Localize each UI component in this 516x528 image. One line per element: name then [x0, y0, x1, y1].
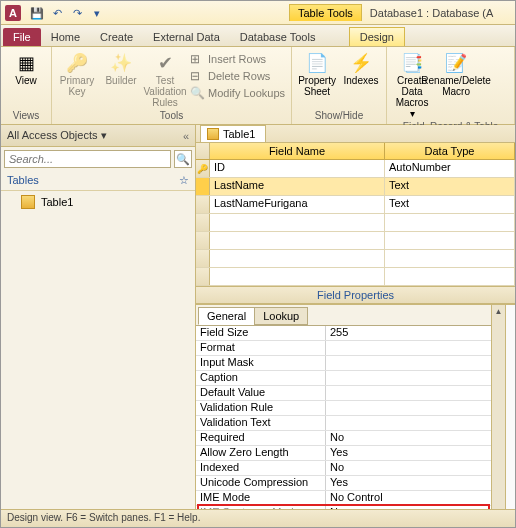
redo-icon[interactable]: ↷ — [69, 5, 85, 21]
property-value[interactable] — [326, 371, 491, 385]
cell-field-name[interactable] — [210, 232, 385, 249]
scrollbar[interactable]: ▲ — [491, 305, 505, 528]
property-value[interactable]: No Control — [326, 491, 491, 505]
row-selector[interactable] — [196, 196, 210, 213]
cell-data-type[interactable] — [385, 268, 515, 285]
row-selector[interactable] — [196, 232, 210, 249]
cell-field-name[interactable]: LastNameFurigana — [210, 196, 385, 213]
property-row[interactable]: Format — [196, 341, 491, 356]
nav-header-title: All Access Objects — [7, 129, 97, 141]
status-bar: Design view. F6 = Switch panes. F1 = Hel… — [1, 509, 515, 527]
table-row[interactable] — [196, 214, 515, 232]
nav-group-tables[interactable]: Tables ☆ — [1, 171, 195, 191]
app-icon[interactable]: A — [5, 5, 21, 21]
fp-tab-general[interactable]: General — [198, 307, 255, 325]
title-bar: A 💾 ↶ ↷ ▾ Table Tools Database1 : Databa… — [1, 1, 515, 25]
tab-external-data[interactable]: External Data — [143, 28, 230, 46]
tab-database-tools[interactable]: Database Tools — [230, 28, 326, 46]
database-title: Database1 : Database (A — [370, 7, 494, 19]
tab-design[interactable]: Design — [349, 27, 405, 46]
property-row[interactable]: Validation Text — [196, 416, 491, 431]
table-row[interactable]: LastNameText — [196, 178, 515, 196]
cell-field-name[interactable] — [210, 214, 385, 231]
cell-data-type[interactable] — [385, 214, 515, 231]
cell-data-type[interactable]: AutoNumber — [385, 160, 515, 177]
property-value[interactable]: 255 — [326, 326, 491, 340]
cell-field-name[interactable] — [210, 268, 385, 285]
scroll-up-icon[interactable]: ▲ — [492, 305, 505, 319]
ribbon: ▦ View Views 🔑Primary Key ✨Builder ✔Test… — [1, 47, 515, 125]
property-value[interactable] — [326, 386, 491, 400]
property-row[interactable]: Unicode CompressionYes — [196, 476, 491, 491]
property-sheet-button[interactable]: 📄Property Sheet — [296, 49, 338, 99]
property-row[interactable]: IME ModeNo Control — [196, 491, 491, 506]
property-value[interactable]: Yes — [326, 446, 491, 460]
property-value[interactable]: Yes — [326, 476, 491, 490]
cell-field-name[interactable] — [210, 250, 385, 267]
cell-data-type[interactable]: Text — [385, 196, 515, 213]
cell-data-type[interactable]: Text — [385, 178, 515, 195]
contextual-tab-group: Table Tools — [289, 4, 362, 21]
qat-more-icon[interactable]: ▾ — [89, 5, 105, 21]
view-label: View — [15, 75, 37, 86]
table-row[interactable]: 🔑IDAutoNumber — [196, 160, 515, 178]
property-name: IME Mode — [196, 491, 326, 505]
collapse-icon[interactable]: « — [183, 130, 189, 142]
property-name: Required — [196, 431, 326, 445]
property-value[interactable] — [326, 356, 491, 370]
cell-field-name[interactable]: ID — [210, 160, 385, 177]
search-icon[interactable]: 🔍 — [174, 150, 192, 168]
property-row[interactable]: Field Size255 — [196, 326, 491, 341]
property-value[interactable] — [326, 416, 491, 430]
tab-file[interactable]: File — [3, 28, 41, 46]
row-selector[interactable] — [196, 268, 210, 285]
modify-lookups-button: 🔍Modify Lookups — [188, 85, 287, 101]
property-row[interactable]: IndexedNo — [196, 461, 491, 476]
cell-data-type[interactable] — [385, 250, 515, 267]
property-row[interactable]: Input Mask — [196, 356, 491, 371]
row-selector[interactable] — [196, 178, 210, 195]
primary-key-icon: 🔑 — [197, 164, 208, 174]
col-field-name[interactable]: Field Name — [210, 143, 385, 159]
undo-icon[interactable]: ↶ — [49, 5, 65, 21]
property-row[interactable]: Caption — [196, 371, 491, 386]
table-row[interactable] — [196, 268, 515, 286]
save-icon[interactable]: 💾 — [29, 5, 45, 21]
col-data-type[interactable]: Data Type — [385, 143, 515, 159]
document-tab-table1[interactable]: Table1 — [200, 125, 266, 142]
row-selector[interactable] — [196, 214, 210, 231]
rename-delete-macro-button[interactable]: 📝Rename/Delete Macro — [435, 49, 477, 121]
view-button[interactable]: ▦ View — [5, 49, 47, 88]
cell-data-type[interactable] — [385, 232, 515, 249]
indexes-label: Indexes — [344, 75, 379, 86]
table-row[interactable] — [196, 232, 515, 250]
row-selector[interactable] — [196, 250, 210, 267]
table-row[interactable] — [196, 250, 515, 268]
row-selector[interactable]: 🔑 — [196, 160, 210, 177]
property-row[interactable]: RequiredNo — [196, 431, 491, 446]
tab-create[interactable]: Create — [90, 28, 143, 46]
insert-row-icon: ⊞ — [190, 52, 204, 66]
search-input[interactable] — [4, 150, 171, 168]
property-value[interactable]: No — [326, 431, 491, 445]
table-row[interactable]: LastNameFuriganaText — [196, 196, 515, 214]
select-all-cell[interactable] — [196, 143, 210, 159]
property-value[interactable] — [326, 401, 491, 415]
group-views: ▦ View Views — [1, 47, 52, 124]
sheet-icon: 📄 — [305, 51, 329, 75]
field-prop-tabs: General Lookup — [196, 305, 491, 325]
nav-header[interactable]: All Access Objects ▾ « — [1, 125, 195, 147]
property-row[interactable]: Allow Zero LengthYes — [196, 446, 491, 461]
property-value[interactable]: No — [326, 461, 491, 475]
cell-field-name[interactable]: LastName — [210, 178, 385, 195]
property-row[interactable]: Validation Rule — [196, 401, 491, 416]
tab-home[interactable]: Home — [41, 28, 90, 46]
fp-tab-lookup[interactable]: Lookup — [254, 307, 308, 325]
design-grid: Field Name Data Type 🔑IDAutoNumberLastNa… — [196, 143, 515, 286]
property-row[interactable]: Default Value — [196, 386, 491, 401]
nav-item-table1[interactable]: Table1 — [1, 191, 195, 213]
grid-icon: ▦ — [14, 51, 38, 75]
property-value[interactable] — [326, 341, 491, 355]
delete-rows-label: Delete Rows — [208, 70, 270, 82]
indexes-button[interactable]: ⚡Indexes — [340, 49, 382, 99]
